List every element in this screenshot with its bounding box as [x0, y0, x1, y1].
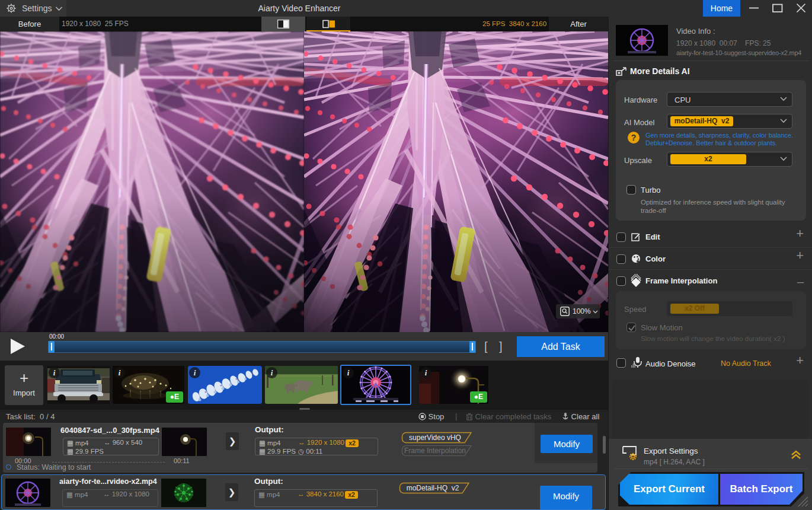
- svg-text:Frame Interpolation: Frame Interpolation: [404, 447, 466, 455]
- svg-text:moDetail-HQ v2: moDetail-HQ v2: [407, 484, 459, 492]
- svg-text:superVideo vHQ: superVideo vHQ: [409, 434, 461, 442]
